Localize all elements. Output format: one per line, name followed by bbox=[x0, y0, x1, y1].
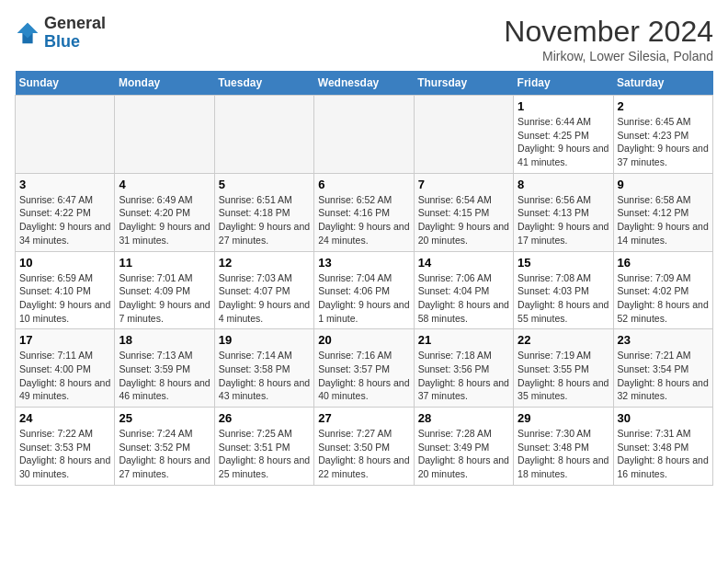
day-number: 26 bbox=[219, 411, 310, 425]
day-info: Sunrise: 7:04 AMSunset: 4:06 PMDaylight:… bbox=[318, 271, 409, 326]
day-info: Sunrise: 7:09 AMSunset: 4:02 PMDaylight:… bbox=[618, 271, 709, 326]
calendar-cell: 21Sunrise: 7:18 AMSunset: 3:56 PMDayligh… bbox=[414, 329, 513, 408]
day-info: Sunrise: 7:01 AMSunset: 4:09 PMDaylight:… bbox=[119, 271, 210, 326]
day-info: Sunrise: 7:18 AMSunset: 3:56 PMDaylight:… bbox=[418, 349, 509, 403]
logo-icon bbox=[15, 20, 40, 46]
day-info: Sunrise: 7:11 AMSunset: 4:00 PMDaylight:… bbox=[19, 349, 110, 403]
day-number: 23 bbox=[618, 333, 709, 347]
day-info: Sunrise: 7:28 AMSunset: 3:49 PMDaylight:… bbox=[418, 427, 509, 481]
calendar-cell: 29Sunrise: 7:30 AMSunset: 3:48 PMDayligh… bbox=[514, 408, 613, 486]
day-info: Sunrise: 6:56 AMSunset: 4:13 PMDaylight:… bbox=[518, 193, 609, 247]
calendar-cell: 20Sunrise: 7:16 AMSunset: 3:57 PMDayligh… bbox=[314, 329, 414, 408]
day-info: Sunrise: 7:16 AMSunset: 3:57 PMDaylight:… bbox=[318, 349, 409, 403]
calendar-cell: 1Sunrise: 6:44 AMSunset: 4:25 PMDaylight… bbox=[514, 96, 613, 174]
day-info: Sunrise: 6:51 AMSunset: 4:18 PMDaylight:… bbox=[219, 193, 310, 247]
day-info: Sunrise: 6:54 AMSunset: 4:15 PMDaylight:… bbox=[418, 193, 509, 247]
calendar-cell bbox=[414, 96, 513, 174]
day-info: Sunrise: 7:31 AMSunset: 3:48 PMDaylight:… bbox=[618, 427, 709, 481]
day-number: 7 bbox=[418, 178, 509, 191]
calendar-cell: 19Sunrise: 7:14 AMSunset: 3:58 PMDayligh… bbox=[214, 329, 313, 408]
column-header-wednesday: Wednesday bbox=[314, 71, 414, 96]
day-number: 3 bbox=[19, 178, 110, 191]
calendar-cell: 14Sunrise: 7:06 AMSunset: 4:04 PMDayligh… bbox=[414, 251, 513, 329]
calendar-header-row: SundayMondayTuesdayWednesdayThursdayFrid… bbox=[16, 71, 713, 96]
svg-marker-1 bbox=[17, 23, 38, 39]
calendar-cell bbox=[314, 96, 414, 174]
page-header: General Blue November 2024 Mirkow, Lower… bbox=[15, 15, 713, 63]
calendar-cell: 27Sunrise: 7:27 AMSunset: 3:50 PMDayligh… bbox=[314, 408, 414, 486]
day-number: 27 bbox=[318, 411, 409, 425]
calendar-cell: 23Sunrise: 7:21 AMSunset: 3:54 PMDayligh… bbox=[613, 329, 712, 408]
day-info: Sunrise: 7:21 AMSunset: 3:54 PMDaylight:… bbox=[618, 349, 709, 403]
calendar-cell: 16Sunrise: 7:09 AMSunset: 4:02 PMDayligh… bbox=[613, 251, 712, 329]
day-number: 30 bbox=[618, 411, 709, 425]
calendar-cell: 12Sunrise: 7:03 AMSunset: 4:07 PMDayligh… bbox=[214, 251, 313, 329]
day-info: Sunrise: 6:59 AMSunset: 4:10 PMDaylight:… bbox=[19, 271, 110, 326]
day-number: 5 bbox=[219, 178, 310, 191]
calendar-week-1: 1Sunrise: 6:44 AMSunset: 4:25 PMDaylight… bbox=[16, 96, 713, 174]
logo-text: General Blue bbox=[44, 15, 106, 52]
day-number: 24 bbox=[19, 411, 110, 425]
day-number: 25 bbox=[119, 411, 210, 425]
calendar-week-5: 24Sunrise: 7:22 AMSunset: 3:53 PMDayligh… bbox=[16, 408, 713, 486]
day-number: 6 bbox=[318, 178, 409, 191]
day-number: 21 bbox=[418, 333, 509, 347]
calendar-week-4: 17Sunrise: 7:11 AMSunset: 4:00 PMDayligh… bbox=[16, 329, 713, 408]
day-number: 15 bbox=[518, 256, 609, 270]
day-number: 12 bbox=[219, 256, 310, 270]
calendar-cell: 13Sunrise: 7:04 AMSunset: 4:06 PMDayligh… bbox=[314, 251, 414, 329]
calendar-cell bbox=[16, 96, 115, 174]
day-info: Sunrise: 7:13 AMSunset: 3:59 PMDaylight:… bbox=[119, 349, 210, 403]
month-title: November 2024 bbox=[504, 15, 713, 49]
day-number: 20 bbox=[318, 333, 409, 347]
day-number: 18 bbox=[119, 333, 210, 347]
day-info: Sunrise: 6:44 AMSunset: 4:25 PMDaylight:… bbox=[518, 115, 609, 169]
day-number: 9 bbox=[618, 178, 709, 191]
day-number: 16 bbox=[618, 256, 709, 270]
day-info: Sunrise: 7:27 AMSunset: 3:50 PMDaylight:… bbox=[318, 427, 409, 481]
day-number: 2 bbox=[618, 99, 709, 113]
day-info: Sunrise: 6:52 AMSunset: 4:16 PMDaylight:… bbox=[318, 193, 409, 247]
day-info: Sunrise: 7:24 AMSunset: 3:52 PMDaylight:… bbox=[119, 427, 210, 481]
day-info: Sunrise: 6:47 AMSunset: 4:22 PMDaylight:… bbox=[19, 193, 110, 247]
day-number: 29 bbox=[518, 411, 609, 425]
day-number: 10 bbox=[19, 256, 110, 270]
day-info: Sunrise: 7:30 AMSunset: 3:48 PMDaylight:… bbox=[518, 427, 609, 481]
calendar-cell: 11Sunrise: 7:01 AMSunset: 4:09 PMDayligh… bbox=[115, 251, 214, 329]
column-header-tuesday: Tuesday bbox=[214, 71, 313, 96]
calendar-cell bbox=[214, 96, 313, 174]
calendar-cell: 10Sunrise: 6:59 AMSunset: 4:10 PMDayligh… bbox=[16, 251, 115, 329]
column-header-thursday: Thursday bbox=[414, 71, 513, 96]
day-info: Sunrise: 6:45 AMSunset: 4:23 PMDaylight:… bbox=[618, 115, 709, 169]
calendar-cell: 8Sunrise: 6:56 AMSunset: 4:13 PMDaylight… bbox=[514, 173, 613, 251]
column-header-saturday: Saturday bbox=[613, 71, 712, 96]
calendar-cell: 3Sunrise: 6:47 AMSunset: 4:22 PMDaylight… bbox=[16, 173, 115, 251]
title-block: November 2024 Mirkow, Lower Silesia, Pol… bbox=[504, 15, 713, 63]
day-info: Sunrise: 6:58 AMSunset: 4:12 PMDaylight:… bbox=[618, 193, 709, 247]
day-number: 13 bbox=[318, 256, 409, 270]
column-header-monday: Monday bbox=[115, 71, 214, 96]
calendar-cell: 22Sunrise: 7:19 AMSunset: 3:55 PMDayligh… bbox=[514, 329, 613, 408]
calendar-cell: 15Sunrise: 7:08 AMSunset: 4:03 PMDayligh… bbox=[514, 251, 613, 329]
day-info: Sunrise: 7:25 AMSunset: 3:51 PMDaylight:… bbox=[219, 427, 310, 481]
calendar-week-2: 3Sunrise: 6:47 AMSunset: 4:22 PMDaylight… bbox=[16, 173, 713, 251]
day-info: Sunrise: 7:19 AMSunset: 3:55 PMDaylight:… bbox=[518, 349, 609, 403]
day-info: Sunrise: 7:03 AMSunset: 4:07 PMDaylight:… bbox=[219, 271, 310, 326]
calendar-cell: 2Sunrise: 6:45 AMSunset: 4:23 PMDaylight… bbox=[613, 96, 712, 174]
day-number: 14 bbox=[418, 256, 509, 270]
calendar-cell: 5Sunrise: 6:51 AMSunset: 4:18 PMDaylight… bbox=[214, 173, 313, 251]
column-header-friday: Friday bbox=[514, 71, 613, 96]
calendar-cell: 6Sunrise: 6:52 AMSunset: 4:16 PMDaylight… bbox=[314, 173, 414, 251]
day-info: Sunrise: 7:08 AMSunset: 4:03 PMDaylight:… bbox=[518, 271, 609, 326]
calendar-cell: 4Sunrise: 6:49 AMSunset: 4:20 PMDaylight… bbox=[115, 173, 214, 251]
column-header-sunday: Sunday bbox=[16, 71, 115, 96]
logo: General Blue bbox=[15, 15, 106, 52]
calendar-cell: 18Sunrise: 7:13 AMSunset: 3:59 PMDayligh… bbox=[115, 329, 214, 408]
day-number: 1 bbox=[518, 99, 609, 113]
day-info: Sunrise: 7:22 AMSunset: 3:53 PMDaylight:… bbox=[19, 427, 110, 481]
calendar-cell: 17Sunrise: 7:11 AMSunset: 4:00 PMDayligh… bbox=[16, 329, 115, 408]
day-number: 17 bbox=[19, 333, 110, 347]
day-info: Sunrise: 6:49 AMSunset: 4:20 PMDaylight:… bbox=[119, 193, 210, 247]
day-number: 11 bbox=[119, 256, 210, 270]
calendar-cell: 26Sunrise: 7:25 AMSunset: 3:51 PMDayligh… bbox=[214, 408, 313, 486]
